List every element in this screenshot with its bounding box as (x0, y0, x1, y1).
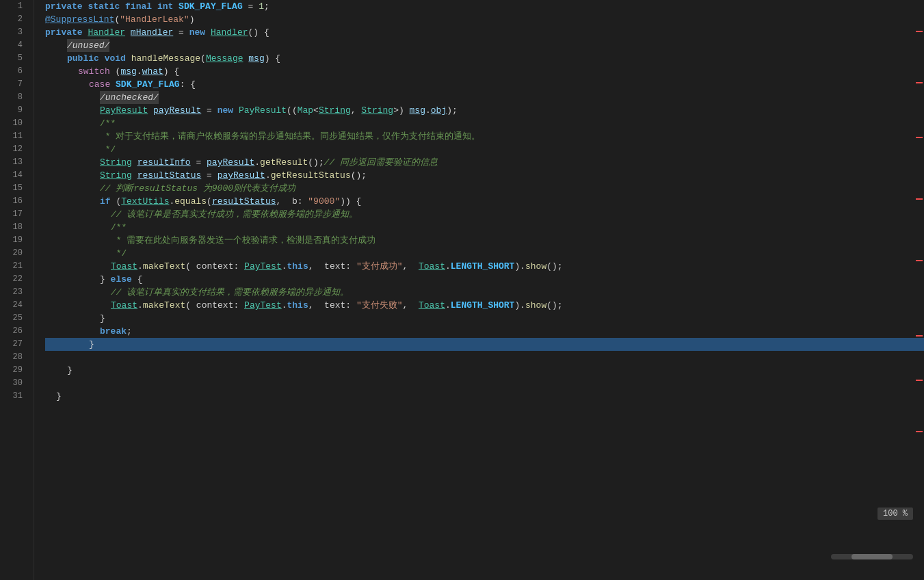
code-line: * 需要在此处向服务器发送一个校验请求，检测是否真的支付成功 (45, 234, 924, 247)
code-line: } (45, 390, 924, 403)
scroll-marks[interactable] (914, 0, 924, 506)
code-line: // 该笔订单是否真实支付成功，需要依赖服务端的异步通知。 (45, 208, 924, 221)
line-number: 24 (0, 299, 28, 312)
code-line: /** (45, 117, 924, 130)
code-line: // 判断resultStatus 为9000则代表支付成功 (45, 182, 924, 195)
code-line: break; (45, 325, 924, 338)
code-line: case SDK_PAY_FLAG: { (45, 78, 924, 91)
line-number: 14 (0, 169, 28, 182)
line-number: 16 (0, 195, 28, 208)
line-number: 20 (0, 247, 28, 260)
code-line (45, 351, 924, 364)
line-number: 7 (0, 78, 28, 91)
line-number: 12 (0, 143, 28, 156)
scroll-mark (916, 82, 923, 83)
code-line: Toast.makeText( context: PayTest.this, t… (45, 260, 924, 273)
code-line: } else { (45, 273, 924, 286)
code-line: } (45, 338, 924, 351)
line-number: 5 (0, 52, 28, 65)
scroll-mark (916, 31, 923, 32)
scroll-mark (916, 260, 923, 261)
line-number: 11 (0, 130, 28, 143)
line-number: 18 (0, 221, 28, 234)
code-line: Toast.makeText( context: PayTest.this, t… (45, 299, 924, 312)
code-line: * 对于支付结果，请商户依赖服务端的异步通知结果。同步通知结果，仅作为支付结束的… (45, 130, 924, 143)
code-line: /** (45, 221, 924, 234)
line-number: 17 (0, 208, 28, 221)
scroll-mark (916, 431, 923, 432)
code-line: public void handleMessage(Message msg) { (45, 52, 924, 65)
code-line: } (45, 312, 924, 325)
code-line: /unchecked/ (45, 91, 924, 104)
line-number: 22 (0, 273, 28, 286)
line-number: 13 (0, 156, 28, 169)
line-number: 25 (0, 312, 28, 325)
line-number: 23 (0, 286, 28, 299)
code-line: */ (45, 247, 924, 260)
line-number: 4 (0, 39, 28, 52)
line-number: 6 (0, 65, 28, 78)
line-number: 31 (0, 390, 28, 403)
horizontal-scrollbar[interactable] (831, 554, 913, 559)
editor-container: 1234567891011121314151617181920212223242… (0, 0, 924, 580)
line-number: 28 (0, 351, 28, 364)
code-line: // 该笔订单真实的支付结果，需要依赖服务端的异步通知。 (45, 286, 924, 299)
line-number: 27 (0, 338, 28, 351)
line-number-gutter: 1234567891011121314151617181920212223242… (0, 0, 34, 580)
code-line (45, 377, 924, 390)
code-line: */ (45, 143, 924, 156)
scroll-mark (916, 198, 923, 200)
line-number: 9 (0, 104, 28, 117)
code-line: PayResult payResult = new PayResult((Map… (45, 104, 924, 117)
line-number: 26 (0, 325, 28, 338)
code-line: } (45, 364, 924, 377)
code-line: if (TextUtils.equals(resultStatus, b: "9… (45, 195, 924, 208)
code-line: private static final int SDK_PAY_FLAG = … (45, 0, 924, 13)
line-number: 2 (0, 13, 28, 26)
scrollbar-thumb[interactable] (852, 554, 893, 559)
line-number: 8 (0, 91, 28, 104)
scroll-mark (916, 137, 923, 138)
code-line: String resultStatus = payResult.getResul… (45, 169, 924, 182)
scroll-mark (916, 380, 923, 381)
line-number: 1 (0, 0, 28, 13)
line-number: 10 (0, 117, 28, 130)
code-line: switch (msg.what) { (45, 65, 924, 78)
code-area[interactable]: private static final int SDK_PAY_FLAG = … (34, 0, 924, 580)
line-number: 21 (0, 260, 28, 273)
scroll-mark (916, 335, 923, 337)
zoom-indicator: 100 % (877, 508, 913, 520)
line-number: 15 (0, 182, 28, 195)
code-line: /unused/ (45, 39, 924, 52)
line-number: 19 (0, 234, 28, 247)
line-number: 29 (0, 364, 28, 377)
code-line: String resultInfo = payResult.getResult(… (45, 156, 924, 169)
line-number: 30 (0, 377, 28, 390)
code-line: @SuppressLint("HandlerLeak") (45, 13, 924, 26)
line-number: 3 (0, 26, 28, 39)
code-line: private Handler mHandler = new Handler()… (45, 26, 924, 39)
